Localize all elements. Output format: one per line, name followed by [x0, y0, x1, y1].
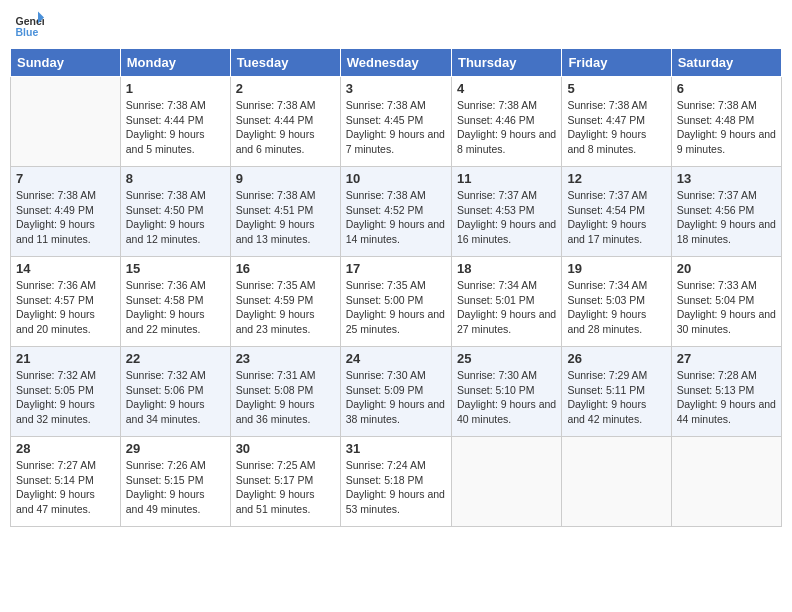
weekday-header-friday: Friday	[562, 49, 671, 77]
calendar-week-row: 1Sunrise: 7:38 AMSunset: 4:44 PMDaylight…	[11, 77, 782, 167]
day-number: 29	[126, 441, 225, 456]
day-info: Sunrise: 7:27 AMSunset: 5:14 PMDaylight:…	[16, 458, 115, 517]
calendar-cell: 7Sunrise: 7:38 AMSunset: 4:49 PMDaylight…	[11, 167, 121, 257]
day-number: 24	[346, 351, 446, 366]
calendar-cell: 24Sunrise: 7:30 AMSunset: 5:09 PMDayligh…	[340, 347, 451, 437]
calendar-cell: 3Sunrise: 7:38 AMSunset: 4:45 PMDaylight…	[340, 77, 451, 167]
calendar-cell: 16Sunrise: 7:35 AMSunset: 4:59 PMDayligh…	[230, 257, 340, 347]
calendar-cell: 31Sunrise: 7:24 AMSunset: 5:18 PMDayligh…	[340, 437, 451, 527]
weekday-header-thursday: Thursday	[451, 49, 561, 77]
day-info: Sunrise: 7:38 AMSunset: 4:52 PMDaylight:…	[346, 188, 446, 247]
day-number: 5	[567, 81, 665, 96]
day-number: 1	[126, 81, 225, 96]
day-info: Sunrise: 7:35 AMSunset: 4:59 PMDaylight:…	[236, 278, 335, 337]
day-info: Sunrise: 7:36 AMSunset: 4:57 PMDaylight:…	[16, 278, 115, 337]
day-number: 16	[236, 261, 335, 276]
day-info: Sunrise: 7:38 AMSunset: 4:45 PMDaylight:…	[346, 98, 446, 157]
weekday-header-tuesday: Tuesday	[230, 49, 340, 77]
calendar-cell: 6Sunrise: 7:38 AMSunset: 4:48 PMDaylight…	[671, 77, 781, 167]
calendar-cell: 9Sunrise: 7:38 AMSunset: 4:51 PMDaylight…	[230, 167, 340, 257]
calendar-cell: 28Sunrise: 7:27 AMSunset: 5:14 PMDayligh…	[11, 437, 121, 527]
page-header: General Blue	[10, 10, 782, 40]
day-number: 19	[567, 261, 665, 276]
day-info: Sunrise: 7:25 AMSunset: 5:17 PMDaylight:…	[236, 458, 335, 517]
day-number: 20	[677, 261, 776, 276]
day-number: 17	[346, 261, 446, 276]
calendar-cell	[671, 437, 781, 527]
day-number: 25	[457, 351, 556, 366]
svg-text:Blue: Blue	[16, 26, 39, 38]
calendar-cell: 17Sunrise: 7:35 AMSunset: 5:00 PMDayligh…	[340, 257, 451, 347]
logo: General Blue	[14, 10, 44, 40]
calendar-week-row: 14Sunrise: 7:36 AMSunset: 4:57 PMDayligh…	[11, 257, 782, 347]
day-info: Sunrise: 7:38 AMSunset: 4:44 PMDaylight:…	[126, 98, 225, 157]
day-number: 9	[236, 171, 335, 186]
calendar-cell: 18Sunrise: 7:34 AMSunset: 5:01 PMDayligh…	[451, 257, 561, 347]
day-info: Sunrise: 7:30 AMSunset: 5:09 PMDaylight:…	[346, 368, 446, 427]
day-number: 23	[236, 351, 335, 366]
calendar-cell: 14Sunrise: 7:36 AMSunset: 4:57 PMDayligh…	[11, 257, 121, 347]
calendar-cell: 12Sunrise: 7:37 AMSunset: 4:54 PMDayligh…	[562, 167, 671, 257]
calendar-cell	[11, 77, 121, 167]
calendar-cell: 25Sunrise: 7:30 AMSunset: 5:10 PMDayligh…	[451, 347, 561, 437]
day-info: Sunrise: 7:26 AMSunset: 5:15 PMDaylight:…	[126, 458, 225, 517]
day-number: 15	[126, 261, 225, 276]
day-info: Sunrise: 7:32 AMSunset: 5:05 PMDaylight:…	[16, 368, 115, 427]
calendar-week-row: 21Sunrise: 7:32 AMSunset: 5:05 PMDayligh…	[11, 347, 782, 437]
weekday-header-wednesday: Wednesday	[340, 49, 451, 77]
day-number: 8	[126, 171, 225, 186]
day-info: Sunrise: 7:37 AMSunset: 4:53 PMDaylight:…	[457, 188, 556, 247]
day-info: Sunrise: 7:38 AMSunset: 4:48 PMDaylight:…	[677, 98, 776, 157]
calendar-cell	[451, 437, 561, 527]
day-number: 11	[457, 171, 556, 186]
day-info: Sunrise: 7:31 AMSunset: 5:08 PMDaylight:…	[236, 368, 335, 427]
day-info: Sunrise: 7:30 AMSunset: 5:10 PMDaylight:…	[457, 368, 556, 427]
calendar-cell	[562, 437, 671, 527]
day-info: Sunrise: 7:28 AMSunset: 5:13 PMDaylight:…	[677, 368, 776, 427]
calendar-cell: 27Sunrise: 7:28 AMSunset: 5:13 PMDayligh…	[671, 347, 781, 437]
calendar-cell: 30Sunrise: 7:25 AMSunset: 5:17 PMDayligh…	[230, 437, 340, 527]
weekday-header-sunday: Sunday	[11, 49, 121, 77]
calendar-cell: 4Sunrise: 7:38 AMSunset: 4:46 PMDaylight…	[451, 77, 561, 167]
day-info: Sunrise: 7:36 AMSunset: 4:58 PMDaylight:…	[126, 278, 225, 337]
day-number: 7	[16, 171, 115, 186]
calendar-week-row: 28Sunrise: 7:27 AMSunset: 5:14 PMDayligh…	[11, 437, 782, 527]
calendar-cell: 10Sunrise: 7:38 AMSunset: 4:52 PMDayligh…	[340, 167, 451, 257]
day-info: Sunrise: 7:37 AMSunset: 4:56 PMDaylight:…	[677, 188, 776, 247]
calendar-week-row: 7Sunrise: 7:38 AMSunset: 4:49 PMDaylight…	[11, 167, 782, 257]
calendar-cell: 20Sunrise: 7:33 AMSunset: 5:04 PMDayligh…	[671, 257, 781, 347]
day-info: Sunrise: 7:37 AMSunset: 4:54 PMDaylight:…	[567, 188, 665, 247]
calendar-cell: 8Sunrise: 7:38 AMSunset: 4:50 PMDaylight…	[120, 167, 230, 257]
day-number: 14	[16, 261, 115, 276]
day-info: Sunrise: 7:32 AMSunset: 5:06 PMDaylight:…	[126, 368, 225, 427]
day-number: 27	[677, 351, 776, 366]
day-info: Sunrise: 7:38 AMSunset: 4:46 PMDaylight:…	[457, 98, 556, 157]
day-number: 30	[236, 441, 335, 456]
weekday-header-saturday: Saturday	[671, 49, 781, 77]
calendar-cell: 19Sunrise: 7:34 AMSunset: 5:03 PMDayligh…	[562, 257, 671, 347]
day-info: Sunrise: 7:38 AMSunset: 4:51 PMDaylight:…	[236, 188, 335, 247]
calendar-cell: 11Sunrise: 7:37 AMSunset: 4:53 PMDayligh…	[451, 167, 561, 257]
calendar-table: SundayMondayTuesdayWednesdayThursdayFrid…	[10, 48, 782, 527]
day-number: 12	[567, 171, 665, 186]
calendar-cell: 2Sunrise: 7:38 AMSunset: 4:44 PMDaylight…	[230, 77, 340, 167]
day-number: 28	[16, 441, 115, 456]
day-number: 4	[457, 81, 556, 96]
calendar-cell: 1Sunrise: 7:38 AMSunset: 4:44 PMDaylight…	[120, 77, 230, 167]
day-number: 10	[346, 171, 446, 186]
day-info: Sunrise: 7:38 AMSunset: 4:50 PMDaylight:…	[126, 188, 225, 247]
weekday-header-row: SundayMondayTuesdayWednesdayThursdayFrid…	[11, 49, 782, 77]
logo-icon: General Blue	[14, 10, 44, 40]
day-number: 3	[346, 81, 446, 96]
day-info: Sunrise: 7:38 AMSunset: 4:49 PMDaylight:…	[16, 188, 115, 247]
day-number: 26	[567, 351, 665, 366]
day-number: 13	[677, 171, 776, 186]
day-number: 18	[457, 261, 556, 276]
day-info: Sunrise: 7:24 AMSunset: 5:18 PMDaylight:…	[346, 458, 446, 517]
day-number: 22	[126, 351, 225, 366]
day-number: 2	[236, 81, 335, 96]
day-info: Sunrise: 7:33 AMSunset: 5:04 PMDaylight:…	[677, 278, 776, 337]
calendar-cell: 29Sunrise: 7:26 AMSunset: 5:15 PMDayligh…	[120, 437, 230, 527]
calendar-cell: 23Sunrise: 7:31 AMSunset: 5:08 PMDayligh…	[230, 347, 340, 437]
calendar-cell: 26Sunrise: 7:29 AMSunset: 5:11 PMDayligh…	[562, 347, 671, 437]
